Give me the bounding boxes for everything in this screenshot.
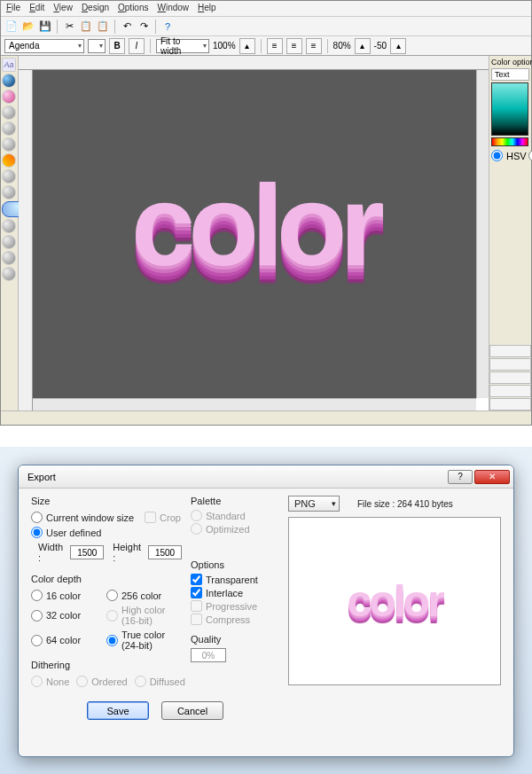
menubar: File Edit View Design Options Window Hel… <box>1 1 531 17</box>
globe-tool-icon[interactable] <box>2 74 16 88</box>
separator <box>327 39 328 53</box>
canvas-3d-text: color <box>131 168 378 283</box>
color-panel-title: Color options <box>491 58 529 66</box>
angle-up-icon[interactable]: ▴ <box>390 38 406 54</box>
panel-slot[interactable] <box>489 385 531 397</box>
open-icon[interactable]: 📂 <box>21 20 35 34</box>
preview-area: color <box>288 517 501 685</box>
paste-icon[interactable]: 📋 <box>96 20 110 34</box>
misc2-tool-icon[interactable] <box>2 235 16 249</box>
panel-slot[interactable] <box>489 345 531 357</box>
separator <box>150 39 151 53</box>
orb2-tool-icon[interactable] <box>2 185 16 199</box>
text-tool-icon[interactable]: Aa <box>2 58 16 72</box>
align-left-icon[interactable]: ≡ <box>267 38 283 54</box>
depth-label: Color depth <box>31 574 182 584</box>
filesize-value: 264 410 bytes <box>397 499 453 509</box>
dither-none-radio: None <box>31 676 69 687</box>
separator <box>261 39 262 53</box>
redo-icon[interactable]: ↷ <box>137 20 151 34</box>
menu-options[interactable]: Options <box>118 3 148 14</box>
dither-ordered-radio: Ordered <box>76 676 127 687</box>
sphere3-tool-icon[interactable] <box>2 137 16 152</box>
panel-slot[interactable] <box>489 398 531 410</box>
save-icon[interactable]: 💾 <box>38 20 52 34</box>
copy-icon[interactable]: 📋 <box>79 20 93 34</box>
height-input[interactable] <box>148 545 182 559</box>
new-icon[interactable]: 📄 <box>4 20 19 34</box>
menu-view[interactable]: View <box>53 3 73 14</box>
misc4-tool-icon[interactable] <box>2 267 16 281</box>
sphere2-tool-icon[interactable] <box>2 121 16 136</box>
zoom-up-1-icon[interactable]: ▴ <box>239 38 255 54</box>
help-icon[interactable]: ? <box>160 20 175 34</box>
zoom-up-2-icon[interactable]: ▴ <box>355 38 371 54</box>
crop-checkbox: Crop <box>145 512 181 523</box>
palette-label: Palette <box>191 496 279 506</box>
256color-radio[interactable]: 256 color <box>106 590 182 601</box>
size-dropdown[interactable] <box>88 39 106 53</box>
width-label: Width : <box>38 542 66 563</box>
menu-edit[interactable]: Edit <box>29 3 44 14</box>
color-panel: Color options Text HSV R <box>489 56 531 410</box>
close-button[interactable]: ✕ <box>474 470 510 484</box>
bold-button[interactable]: B <box>109 38 125 54</box>
toolbar-text: Agenda B I Fit to width 100% ▴ ≡ ≡ ≡ 80%… <box>1 36 531 56</box>
statusbar <box>1 410 531 425</box>
current-size-radio[interactable]: Current window size <box>31 512 134 523</box>
interlace-checkbox[interactable]: Interlace <box>191 587 279 598</box>
user-defined-radio[interactable]: User defined <box>31 527 182 538</box>
size-label: Size <box>31 496 182 506</box>
hue-bar[interactable] <box>491 137 528 146</box>
rgb-radio[interactable]: R <box>528 150 532 161</box>
dialog-backdrop: Export ? ✕ Size Current window size Crop… <box>0 447 532 774</box>
fire-tool-icon[interactable] <box>2 153 16 168</box>
dialog-mid-column: Palette Standard Optimized Options Trans… <box>191 496 279 696</box>
quality-label: Quality <box>191 634 279 645</box>
quality-input <box>191 648 226 662</box>
options-label: Options <box>191 559 279 570</box>
panel-slot[interactable] <box>489 371 531 384</box>
format-select[interactable]: PNG <box>288 496 340 512</box>
orb-tool-icon[interactable] <box>2 169 16 184</box>
align-right-icon[interactable]: ≡ <box>306 38 322 54</box>
color-swatch[interactable] <box>491 82 528 136</box>
menu-file[interactable]: File <box>6 3 20 14</box>
64color-radio[interactable]: 64 color <box>31 629 106 651</box>
palette-optimized-radio: Optimized <box>191 523 279 535</box>
menu-design[interactable]: Design <box>82 3 109 14</box>
separator <box>114 20 115 34</box>
progressive-checkbox: Progressive <box>191 600 279 612</box>
color-tab-text[interactable]: Text <box>491 68 529 81</box>
save-button[interactable]: Save <box>87 701 149 720</box>
transparent-checkbox[interactable]: Transparent <box>191 574 279 585</box>
cut-icon[interactable]: ✂ <box>62 20 76 34</box>
misc-tool-icon[interactable] <box>2 219 16 233</box>
sphere-tool-icon[interactable] <box>2 106 16 120</box>
16color-radio[interactable]: 16 color <box>31 590 106 601</box>
toolbox: Aa <box>1 56 19 410</box>
separator <box>155 20 156 34</box>
shape-tool-icon[interactable] <box>2 90 16 104</box>
italic-button[interactable]: I <box>129 38 145 54</box>
truecolor-radio[interactable]: True color (24-bit) <box>106 629 182 651</box>
width-input[interactable] <box>70 545 104 559</box>
menu-help[interactable]: Help <box>198 3 216 14</box>
cancel-button[interactable]: Cancel <box>161 701 223 720</box>
scrollbar-vertical[interactable] <box>476 70 489 398</box>
preview-3d-text: color <box>347 575 442 627</box>
fit-dropdown[interactable]: Fit to width <box>156 39 209 53</box>
menu-window[interactable]: Window <box>157 3 189 14</box>
panel-slot[interactable] <box>489 358 531 371</box>
dialog-titlebar: Export ? ✕ <box>19 465 513 489</box>
32color-radio[interactable]: 32 color <box>31 605 106 626</box>
undo-icon[interactable]: ↶ <box>120 20 134 34</box>
dither-label: Dithering <box>31 660 182 670</box>
misc3-tool-icon[interactable] <box>2 251 16 265</box>
scrollbar-horizontal[interactable] <box>33 398 476 410</box>
align-center-icon[interactable]: ≡ <box>286 38 302 54</box>
hsv-radio[interactable]: HSV <box>491 150 527 161</box>
help-button[interactable]: ? <box>448 470 473 484</box>
canvas[interactable]: color <box>33 70 476 398</box>
font-dropdown[interactable]: Agenda <box>4 39 84 53</box>
